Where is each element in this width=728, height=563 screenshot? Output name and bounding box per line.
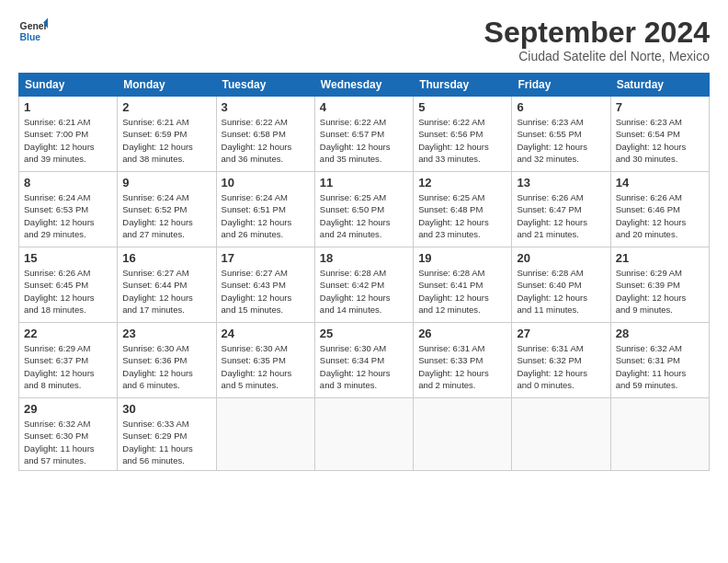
logo-icon: General Blue: [18, 17, 48, 46]
svg-text:General: General: [20, 21, 48, 31]
day-number: 7: [616, 100, 704, 114]
day-info: Sunrise: 6:24 AM Sunset: 6:51 PM Dayligh…: [222, 191, 310, 240]
day-number: 21: [616, 251, 704, 265]
day-info: Sunrise: 6:29 AM Sunset: 6:37 PM Dayligh…: [24, 342, 112, 391]
day-info: Sunrise: 6:24 AM Sunset: 6:53 PM Dayligh…: [24, 191, 112, 240]
day-number: 1: [24, 100, 112, 114]
calendar-day: [314, 398, 413, 471]
day-info: Sunrise: 6:28 AM Sunset: 6:41 PM Dayligh…: [418, 267, 506, 316]
day-number: 30: [122, 402, 210, 416]
calendar-week-row: 1Sunrise: 6:21 AM Sunset: 7:00 PM Daylig…: [19, 97, 710, 172]
day-info: Sunrise: 6:24 AM Sunset: 6:52 PM Dayligh…: [122, 191, 210, 240]
day-info: Sunrise: 6:22 AM Sunset: 6:58 PM Dayligh…: [222, 116, 310, 165]
day-info: Sunrise: 6:32 AM Sunset: 6:30 PM Dayligh…: [24, 418, 112, 466]
calendar-day: 7Sunrise: 6:23 AM Sunset: 6:54 PM Daylig…: [610, 97, 709, 172]
day-number: 2: [122, 100, 210, 114]
header: General Blue September 2024 Ciudad Satel…: [18, 17, 710, 63]
day-number: 24: [222, 327, 310, 340]
calendar-day: [610, 398, 709, 471]
day-info: Sunrise: 6:27 AM Sunset: 6:44 PM Dayligh…: [122, 267, 210, 316]
day-info: Sunrise: 6:30 AM Sunset: 6:36 PM Dayligh…: [122, 342, 210, 391]
calendar-day: 20Sunrise: 6:28 AM Sunset: 6:40 PM Dayli…: [512, 247, 610, 323]
calendar-day: 5Sunrise: 6:22 AM Sunset: 6:56 PM Daylig…: [414, 97, 512, 172]
day-number: 18: [320, 251, 408, 265]
day-info: Sunrise: 6:30 AM Sunset: 6:34 PM Dayligh…: [320, 342, 408, 391]
day-number: 4: [320, 100, 408, 114]
day-number: 14: [616, 176, 704, 190]
calendar-header-wednesday: Wednesday: [314, 74, 413, 97]
calendar-day: 9Sunrise: 6:24 AM Sunset: 6:52 PM Daylig…: [118, 172, 216, 247]
day-info: Sunrise: 6:28 AM Sunset: 6:42 PM Dayligh…: [320, 267, 408, 316]
day-info: Sunrise: 6:31 AM Sunset: 6:32 PM Dayligh…: [517, 342, 605, 391]
day-number: 25: [320, 327, 408, 340]
calendar-day: 11Sunrise: 6:25 AM Sunset: 6:50 PM Dayli…: [314, 172, 413, 247]
day-number: 3: [222, 100, 310, 114]
day-info: Sunrise: 6:21 AM Sunset: 6:59 PM Dayligh…: [122, 116, 210, 165]
day-number: 22: [24, 327, 112, 340]
calendar-day: 8Sunrise: 6:24 AM Sunset: 6:53 PM Daylig…: [19, 172, 118, 247]
day-info: Sunrise: 6:25 AM Sunset: 6:48 PM Dayligh…: [418, 191, 506, 240]
calendar-header-row: SundayMondayTuesdayWednesdayThursdayFrid…: [19, 74, 710, 97]
calendar-day: 4Sunrise: 6:22 AM Sunset: 6:57 PM Daylig…: [314, 97, 413, 172]
title-area: September 2024 Ciudad Satelite del Norte…: [484, 17, 710, 63]
day-number: 16: [122, 251, 210, 265]
day-info: Sunrise: 6:30 AM Sunset: 6:35 PM Dayligh…: [222, 342, 310, 391]
calendar: SundayMondayTuesdayWednesdayThursdayFrid…: [18, 73, 710, 471]
calendar-day: 13Sunrise: 6:26 AM Sunset: 6:47 PM Dayli…: [512, 172, 610, 247]
calendar-week-row: 22Sunrise: 6:29 AM Sunset: 6:37 PM Dayli…: [19, 323, 710, 398]
calendar-day: 17Sunrise: 6:27 AM Sunset: 6:43 PM Dayli…: [216, 247, 314, 323]
calendar-day: 23Sunrise: 6:30 AM Sunset: 6:36 PM Dayli…: [118, 323, 216, 398]
day-info: Sunrise: 6:28 AM Sunset: 6:40 PM Dayligh…: [517, 267, 605, 316]
calendar-header-saturday: Saturday: [610, 74, 709, 97]
calendar-day: 1Sunrise: 6:21 AM Sunset: 7:00 PM Daylig…: [19, 97, 118, 172]
calendar-day: 26Sunrise: 6:31 AM Sunset: 6:33 PM Dayli…: [414, 323, 512, 398]
calendar-day: 6Sunrise: 6:23 AM Sunset: 6:55 PM Daylig…: [512, 97, 610, 172]
day-number: 5: [418, 100, 506, 114]
month-title: September 2024: [484, 17, 710, 49]
calendar-day: 2Sunrise: 6:21 AM Sunset: 6:59 PM Daylig…: [118, 97, 216, 172]
calendar-day: 3Sunrise: 6:22 AM Sunset: 6:58 PM Daylig…: [216, 97, 314, 172]
calendar-day: 18Sunrise: 6:28 AM Sunset: 6:42 PM Dayli…: [314, 247, 413, 323]
day-info: Sunrise: 6:26 AM Sunset: 6:47 PM Dayligh…: [517, 191, 605, 240]
calendar-day: [414, 398, 512, 471]
day-number: 20: [517, 251, 605, 265]
calendar-day: 25Sunrise: 6:30 AM Sunset: 6:34 PM Dayli…: [314, 323, 413, 398]
day-info: Sunrise: 6:25 AM Sunset: 6:50 PM Dayligh…: [320, 191, 408, 240]
day-number: 11: [320, 176, 408, 190]
day-info: Sunrise: 6:22 AM Sunset: 6:56 PM Dayligh…: [418, 116, 506, 165]
day-info: Sunrise: 6:27 AM Sunset: 6:43 PM Dayligh…: [222, 267, 310, 316]
day-info: Sunrise: 6:23 AM Sunset: 6:55 PM Dayligh…: [517, 116, 605, 165]
calendar-header-monday: Monday: [118, 74, 216, 97]
day-number: 13: [517, 176, 605, 190]
day-info: Sunrise: 6:21 AM Sunset: 7:00 PM Dayligh…: [24, 116, 112, 165]
calendar-header-thursday: Thursday: [414, 74, 512, 97]
day-number: 15: [24, 251, 112, 265]
day-number: 29: [24, 402, 112, 416]
day-info: Sunrise: 6:32 AM Sunset: 6:31 PM Dayligh…: [616, 342, 704, 391]
day-number: 23: [122, 327, 210, 340]
calendar-day: [512, 398, 610, 471]
day-number: 8: [24, 176, 112, 190]
svg-text:Blue: Blue: [20, 32, 41, 42]
day-info: Sunrise: 6:33 AM Sunset: 6:29 PM Dayligh…: [122, 418, 210, 466]
calendar-day: 22Sunrise: 6:29 AM Sunset: 6:37 PM Dayli…: [19, 323, 118, 398]
day-number: 12: [418, 176, 506, 190]
calendar-day: [216, 398, 314, 471]
day-number: 28: [616, 327, 704, 340]
day-number: 6: [517, 100, 605, 114]
calendar-day: 16Sunrise: 6:27 AM Sunset: 6:44 PM Dayli…: [118, 247, 216, 323]
calendar-day: 24Sunrise: 6:30 AM Sunset: 6:35 PM Dayli…: [216, 323, 314, 398]
calendar-day: 21Sunrise: 6:29 AM Sunset: 6:39 PM Dayli…: [610, 247, 709, 323]
calendar-day: 19Sunrise: 6:28 AM Sunset: 6:41 PM Dayli…: [414, 247, 512, 323]
calendar-day: 12Sunrise: 6:25 AM Sunset: 6:48 PM Dayli…: [414, 172, 512, 247]
calendar-header-friday: Friday: [512, 74, 610, 97]
calendar-week-row: 29Sunrise: 6:32 AM Sunset: 6:30 PM Dayli…: [19, 398, 710, 471]
calendar-day: 10Sunrise: 6:24 AM Sunset: 6:51 PM Dayli…: [216, 172, 314, 247]
location: Ciudad Satelite del Norte, Mexico: [484, 49, 710, 63]
day-info: Sunrise: 6:23 AM Sunset: 6:54 PM Dayligh…: [616, 116, 704, 165]
day-info: Sunrise: 6:26 AM Sunset: 6:45 PM Dayligh…: [24, 267, 112, 316]
calendar-week-row: 8Sunrise: 6:24 AM Sunset: 6:53 PM Daylig…: [19, 172, 710, 247]
calendar-day: 27Sunrise: 6:31 AM Sunset: 6:32 PM Dayli…: [512, 323, 610, 398]
day-number: 27: [517, 327, 605, 340]
logo: General Blue: [18, 17, 48, 46]
